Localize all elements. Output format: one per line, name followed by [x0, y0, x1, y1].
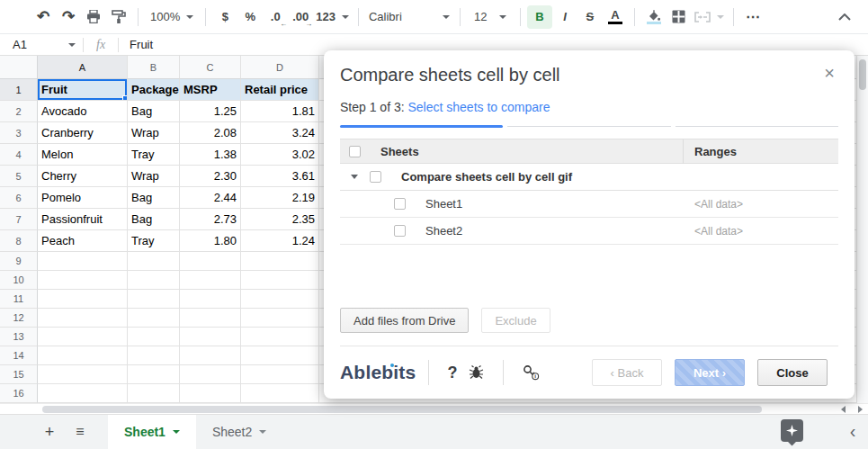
sheet-range[interactable]: <All data>: [684, 198, 838, 211]
cell-C10[interactable]: [180, 271, 241, 290]
cell-A14[interactable]: [38, 346, 128, 365]
bold-button[interactable]: B: [527, 5, 552, 29]
cell-C2[interactable]: 1.25: [180, 101, 241, 122]
license-info-icon[interactable]: i: [516, 364, 547, 381]
column-header-D[interactable]: D: [241, 56, 319, 79]
close-icon[interactable]: ×: [820, 65, 838, 81]
cell-D10[interactable]: [241, 271, 319, 290]
row-header-10[interactable]: 10: [0, 271, 38, 290]
cell-D1[interactable]: Retail price: [241, 79, 319, 101]
row-header-1[interactable]: 1: [0, 79, 38, 101]
row-header-16[interactable]: 16: [0, 384, 38, 403]
cell-B9[interactable]: [128, 252, 180, 271]
cell-C12[interactable]: [180, 309, 241, 328]
cell-B15[interactable]: [128, 365, 180, 384]
name-box[interactable]: A1: [0, 38, 83, 51]
scroll-right-icon[interactable]: [858, 406, 863, 413]
row-header-4[interactable]: 4: [0, 144, 38, 166]
cell-C1[interactable]: MSRP: [180, 79, 241, 101]
row-header-6[interactable]: 6: [0, 187, 38, 209]
collapse-group-icon[interactable]: [351, 175, 358, 179]
row-header-3[interactable]: 3: [0, 122, 38, 144]
cell-B3[interactable]: Wrap: [128, 122, 180, 144]
currency-format-button[interactable]: $: [212, 5, 237, 29]
sheet-checkbox[interactable]: [394, 198, 406, 210]
row-header-11[interactable]: 11: [0, 290, 38, 309]
cell-D14[interactable]: [241, 346, 319, 365]
cell-A6[interactable]: Pomelo: [38, 187, 128, 209]
tab-sheet1[interactable]: Sheet1: [108, 415, 196, 449]
cell-A16[interactable]: [38, 384, 128, 403]
cell-A1[interactable]: Fruit: [38, 79, 128, 101]
collapse-toolbar-button[interactable]: [832, 5, 857, 29]
number-format-menu[interactable]: 123: [313, 5, 352, 29]
cell-D11[interactable]: [241, 290, 319, 309]
help-icon[interactable]: ?: [442, 364, 462, 382]
next-button[interactable]: Next ›: [675, 359, 745, 386]
zoom-select[interactable]: 100%: [145, 5, 199, 29]
select-all-checkbox[interactable]: [349, 146, 361, 157]
cell-B4[interactable]: Tray: [128, 144, 180, 166]
redo-icon[interactable]: ↷: [56, 5, 81, 29]
cell-A9[interactable]: [38, 252, 128, 271]
cell-B8[interactable]: Tray: [128, 230, 180, 252]
cell-B11[interactable]: [128, 290, 180, 309]
cell-C5[interactable]: 2.30: [180, 166, 241, 187]
cell-D3[interactable]: 3.24: [241, 122, 319, 144]
report-bug-icon[interactable]: [462, 365, 490, 380]
exclude-button[interactable]: Exclude: [481, 308, 550, 333]
cell-C4[interactable]: 1.38: [180, 144, 241, 166]
scroll-left-icon[interactable]: [841, 406, 846, 413]
horizontal-scrollbar-thumb[interactable]: [42, 406, 762, 413]
cell-D8[interactable]: 1.24: [241, 230, 319, 252]
percent-format-button[interactable]: %: [237, 5, 263, 29]
strikethrough-button[interactable]: S: [577, 5, 603, 29]
cell-A5[interactable]: Cherry: [38, 166, 128, 187]
cell-A15[interactable]: [38, 365, 128, 384]
cell-B14[interactable]: [128, 346, 180, 365]
font-family-select[interactable]: Calibri: [365, 5, 453, 29]
italic-button[interactable]: I: [552, 5, 577, 29]
cell-D15[interactable]: [241, 365, 319, 384]
cell-A10[interactable]: [38, 271, 128, 290]
select-all-corner[interactable]: [0, 56, 38, 79]
text-color-button[interactable]: A: [603, 5, 628, 29]
cell-C14[interactable]: [180, 346, 241, 365]
cell-B2[interactable]: Bag: [128, 101, 180, 122]
increase-decimal-button[interactable]: .00 →: [288, 5, 313, 29]
explore-button[interactable]: [781, 419, 803, 442]
cell-B5[interactable]: Wrap: [128, 166, 180, 187]
cell-A13[interactable]: [38, 328, 128, 346]
cell-D12[interactable]: [241, 309, 319, 328]
close-button[interactable]: Close: [757, 359, 828, 386]
cell-B16[interactable]: [128, 384, 180, 403]
cell-B12[interactable]: [128, 309, 180, 328]
cell-A3[interactable]: Cranberry: [38, 122, 128, 144]
cell-A2[interactable]: Avocado: [38, 101, 128, 122]
paint-format-icon[interactable]: [106, 5, 131, 29]
column-header-C[interactable]: C: [180, 56, 241, 79]
merge-cells-button[interactable]: [692, 5, 727, 29]
row-header-5[interactable]: 5: [0, 166, 38, 187]
cell-C11[interactable]: [180, 290, 241, 309]
cell-D4[interactable]: 3.02: [241, 144, 319, 166]
cell-C7[interactable]: 2.73: [180, 209, 241, 230]
vertical-scrollbar[interactable]: [856, 56, 868, 403]
horizontal-scrollbar[interactable]: [0, 403, 868, 414]
row-header-8[interactable]: 8: [0, 230, 38, 252]
tab-sheet2[interactable]: Sheet2: [196, 415, 282, 449]
row-header-15[interactable]: 15: [0, 365, 38, 384]
add-sheet-button[interactable]: +: [38, 420, 61, 444]
cell-C9[interactable]: [180, 252, 241, 271]
row-header-7[interactable]: 7: [0, 209, 38, 230]
column-header-B[interactable]: B: [128, 56, 180, 79]
cell-C8[interactable]: 1.80: [180, 230, 241, 252]
cell-A12[interactable]: [38, 309, 128, 328]
cell-D5[interactable]: 3.61: [241, 166, 319, 187]
formula-input[interactable]: Fruit: [119, 38, 153, 51]
cell-B6[interactable]: Bag: [128, 187, 180, 209]
print-icon[interactable]: [81, 5, 106, 29]
cell-C6[interactable]: 2.44: [180, 187, 241, 209]
cell-D13[interactable]: [241, 328, 319, 346]
cell-D7[interactable]: 2.35: [241, 209, 319, 230]
